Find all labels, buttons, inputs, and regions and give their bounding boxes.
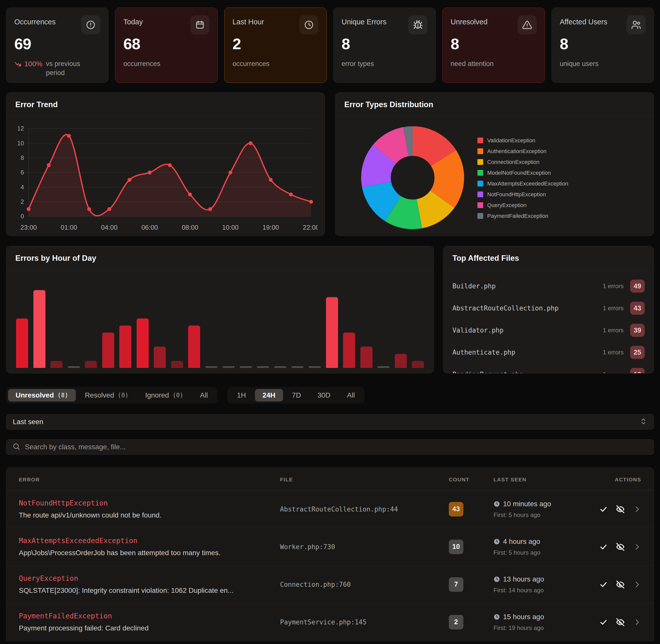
bar-hour-10 bbox=[187, 281, 202, 368]
svg-text:8: 8 bbox=[21, 154, 24, 161]
resolve-button[interactable] bbox=[599, 505, 608, 513]
tab-label: Resolved bbox=[85, 391, 114, 399]
error-types-header: Error Types Distribution bbox=[335, 93, 654, 117]
bar-hour-7 bbox=[135, 281, 150, 368]
status-tab-unresolved[interactable]: Unresolved(8) bbox=[8, 389, 76, 401]
stat-card-label: Today bbox=[123, 15, 142, 26]
svg-text:23:00: 23:00 bbox=[20, 224, 37, 231]
search-bar bbox=[6, 439, 654, 455]
error-message: Payment processing failed: Card declined bbox=[19, 624, 280, 632]
legend-swatch bbox=[478, 138, 483, 143]
legend-swatch bbox=[478, 159, 483, 165]
range-tab-30d[interactable]: 30D bbox=[310, 389, 338, 401]
error-file: AbstractRouteCollection.php:44 bbox=[280, 505, 449, 513]
error-file: Worker.php:730 bbox=[280, 543, 449, 551]
file-count-badge: 39 bbox=[630, 324, 645, 337]
status-tab-all[interactable]: All bbox=[192, 389, 215, 401]
error-count-badge: 43 bbox=[449, 502, 463, 516]
error-row-notfoundhttpexception[interactable]: NotFoundHttpException The route api/v1/u… bbox=[6, 490, 654, 528]
ignore-button[interactable] bbox=[616, 580, 624, 589]
file-count-badge: 19 bbox=[630, 368, 645, 373]
error-row-paymentfailedexception[interactable]: PaymentFailedException Payment processin… bbox=[6, 603, 654, 641]
bar-hour-18 bbox=[325, 281, 339, 368]
status-tab-resolved[interactable]: Resolved(0) bbox=[78, 389, 136, 401]
file-errors-label: 1 errors bbox=[603, 371, 623, 373]
bar-axis-label bbox=[187, 372, 202, 373]
trend-caption: vs previous period bbox=[46, 59, 89, 77]
first-seen: First: 19 hours ago bbox=[493, 624, 594, 631]
bar-hour-19 bbox=[342, 281, 357, 368]
range-tab-24h[interactable]: 24H bbox=[255, 389, 283, 401]
bar-axis-label: 15 bbox=[273, 372, 288, 373]
svg-text:0: 0 bbox=[21, 213, 24, 220]
bar bbox=[343, 332, 355, 368]
range-tab-7d[interactable]: 7D bbox=[285, 389, 309, 401]
stat-cards: Occurrences 69 100% vs previous period T… bbox=[6, 7, 654, 83]
bar bbox=[240, 366, 252, 368]
first-seen: First: 5 hours ago bbox=[493, 511, 594, 519]
legend-item-modelnotfoundexception: ModelNotFoundException bbox=[478, 170, 568, 176]
bar bbox=[50, 361, 63, 368]
error-row-maxattemptsexceededexception[interactable]: MaxAttemptsExceededException App\Jobs\Pr… bbox=[6, 528, 654, 566]
details-button[interactable] bbox=[633, 618, 641, 626]
bar bbox=[119, 325, 131, 368]
resolve-button[interactable] bbox=[599, 618, 608, 626]
legend-swatch bbox=[478, 202, 483, 208]
details-button[interactable] bbox=[633, 580, 641, 589]
tab-label: 24H bbox=[262, 391, 275, 399]
bar-hour-8 bbox=[152, 281, 167, 368]
bar-axis-label bbox=[342, 372, 357, 373]
bar-hour-15 bbox=[273, 281, 288, 368]
error-trend-header: Error Trend bbox=[6, 93, 325, 117]
bar-hour-0 bbox=[15, 281, 30, 368]
column-last-seen: Last Seen bbox=[493, 477, 594, 483]
status-tab-ignored[interactable]: Ignored(0) bbox=[138, 389, 191, 401]
ignore-button[interactable] bbox=[616, 505, 624, 513]
errors-table-header: ErrorFileCountLast SeenActions bbox=[6, 467, 654, 490]
sort-select[interactable]: Last seen bbox=[6, 414, 654, 430]
tab-label: Ignored bbox=[145, 391, 169, 399]
stat-card-label: Occurrences bbox=[14, 15, 56, 26]
stat-card-value: 68 bbox=[123, 35, 209, 53]
svg-text:06:00: 06:00 bbox=[141, 224, 158, 231]
resolve-button[interactable] bbox=[599, 580, 608, 589]
error-row-queryexception[interactable]: QueryException SQLSTATE[23000]: Integrit… bbox=[6, 566, 654, 603]
range-tab-1h[interactable]: 1H bbox=[229, 389, 254, 401]
file-count-badge: 25 bbox=[630, 346, 645, 359]
details-button[interactable] bbox=[633, 543, 641, 551]
stat-card-affected-users: Affected Users 8 unique users bbox=[551, 7, 654, 83]
bar-axis-label bbox=[411, 372, 425, 373]
errors-table-body: NotFoundHttpException The route api/v1/u… bbox=[6, 490, 654, 641]
legend-swatch bbox=[478, 148, 483, 154]
file-errors-label: 1 errors bbox=[603, 327, 623, 334]
range-tab-all[interactable]: All bbox=[339, 389, 362, 401]
resolve-button[interactable] bbox=[599, 543, 608, 551]
legend-item-validationexception: ValidationException bbox=[478, 137, 568, 144]
file-errors-label: 1 errors bbox=[603, 349, 623, 356]
clock-filled-icon bbox=[493, 538, 500, 545]
bar bbox=[326, 297, 338, 368]
svg-text:22:00: 22:00 bbox=[303, 224, 318, 231]
file-count-badge: 43 bbox=[630, 302, 645, 315]
details-button[interactable] bbox=[633, 505, 641, 513]
bar-hour-14 bbox=[256, 281, 270, 368]
bar-axis-label bbox=[290, 372, 305, 373]
panel-title: Top Affected Files bbox=[452, 254, 645, 263]
bar bbox=[205, 366, 218, 368]
ignore-button[interactable] bbox=[616, 618, 624, 626]
error-types-donut-chart bbox=[358, 123, 467, 233]
error-message: The route api/v1/unknown could not be fo… bbox=[19, 511, 280, 519]
search-input[interactable] bbox=[25, 443, 648, 451]
last-seen: 4 hours ago bbox=[503, 537, 540, 546]
stat-card-subtitle: unique users bbox=[560, 59, 646, 68]
bar bbox=[412, 361, 424, 368]
bar-axis-label: 12 bbox=[221, 372, 236, 373]
file-row-validator-php: Validator.php 1 errors 39 bbox=[452, 324, 645, 337]
legend-swatch bbox=[478, 170, 483, 176]
ignore-button[interactable] bbox=[616, 543, 624, 551]
svg-text:01:00: 01:00 bbox=[61, 224, 78, 231]
bar-axis-label bbox=[101, 372, 116, 373]
panel-title: Error Types Distribution bbox=[344, 100, 645, 109]
error-count-badge: 10 bbox=[449, 539, 463, 554]
tab-label: All bbox=[347, 391, 355, 399]
